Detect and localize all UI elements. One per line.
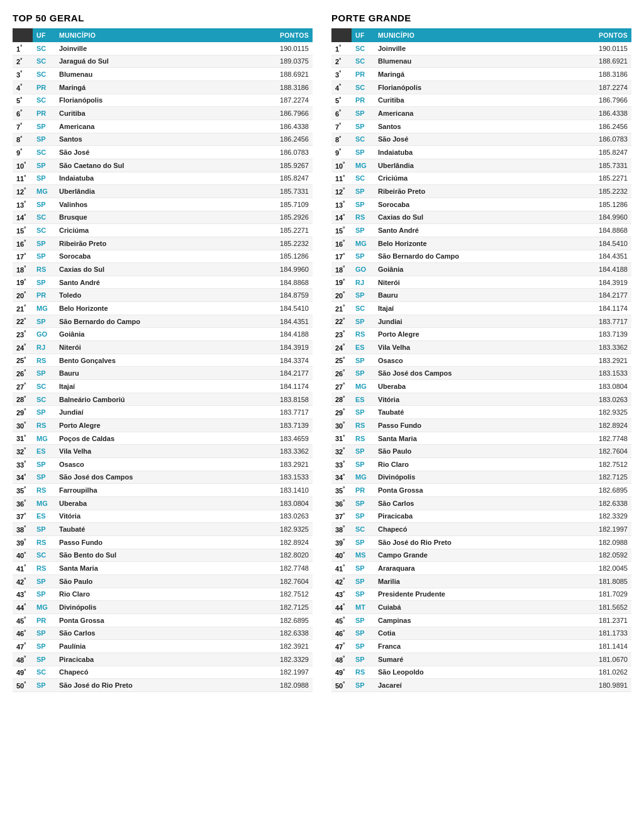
rank-number: 40 <box>16 552 24 559</box>
table-row: 11ºSCCriciúma185.2271 <box>331 172 631 185</box>
rank-sup: º <box>343 525 345 530</box>
cell-uf: PR <box>33 81 55 94</box>
rank-number: 23 <box>16 331 24 339</box>
cell-pontos: 186.7966 <box>557 94 631 107</box>
cell-rank: 45º <box>13 613 33 627</box>
cell-pontos: 188.6921 <box>557 55 631 68</box>
table-row: 27ºMGUberaba183.0804 <box>331 380 631 393</box>
table-row: 7ºSPSantos186.2456 <box>331 120 631 133</box>
cell-pontos: 182.7512 <box>238 588 313 601</box>
cell-uf: SP <box>352 510 374 523</box>
rank-sup: º <box>24 681 26 686</box>
cell-rank: 10º <box>331 159 352 172</box>
cell-uf: MG <box>33 432 55 445</box>
cell-uf: SC <box>33 55 55 68</box>
cell-pontos: 182.0592 <box>557 549 631 562</box>
cell-municipio: São Carlos <box>55 627 238 640</box>
table-row: 10ºMGUberlândia185.7331 <box>331 159 631 172</box>
cell-pontos: 183.0804 <box>557 380 631 393</box>
cell-pontos: 185.2926 <box>238 211 313 224</box>
rank-number: 19 <box>335 279 343 286</box>
rank-sup: º <box>20 96 22 102</box>
rank-sup: º <box>20 57 22 63</box>
table-row: 30ºRSPasso Fundo182.8924 <box>331 419 631 432</box>
cell-rank: 27º <box>13 380 33 393</box>
cell-uf: MT <box>352 601 374 614</box>
table-row: 32ºESVila Velha183.3362 <box>13 445 313 458</box>
cell-uf: SP <box>33 315 55 328</box>
cell-pontos: 182.0988 <box>238 679 313 692</box>
cell-pontos: 184.4351 <box>238 315 313 328</box>
cell-rank: 4º <box>331 81 352 94</box>
rank-number: 45 <box>16 617 24 625</box>
col-rank <box>331 28 352 42</box>
cell-uf: SP <box>352 250 374 263</box>
rank-sup: º <box>343 551 345 557</box>
rank-sup: º <box>24 499 26 505</box>
table-row: 34ºMGDivinópolis182.7125 <box>331 471 631 484</box>
rank-number: 11 <box>16 175 24 182</box>
cell-pontos: 181.0670 <box>557 652 631 666</box>
cell-uf: SP <box>33 523 55 536</box>
cell-uf: SP <box>352 535 374 549</box>
table-row: 46ºSPCotia181.1733 <box>331 627 631 640</box>
rank-sup: º <box>20 148 22 154</box>
cell-municipio: Criciúma <box>374 172 557 185</box>
cell-rank: 8º <box>13 133 33 146</box>
cell-rank: 44º <box>13 601 33 614</box>
cell-pontos: 183.2921 <box>238 458 313 471</box>
cell-rank: 33º <box>331 458 352 471</box>
rank-sup: º <box>339 122 341 128</box>
cell-pontos: 184.4188 <box>557 263 631 276</box>
cell-pontos: 183.7139 <box>238 419 313 432</box>
cell-pontos: 182.7512 <box>557 458 631 471</box>
rank-sup: º <box>343 616 345 622</box>
col-municipio: MUNICÍPIO <box>55 28 238 42</box>
cell-uf: SP <box>352 496 374 510</box>
cell-pontos: 189.0375 <box>238 55 313 68</box>
cell-rank: 16º <box>13 237 33 250</box>
table-row: 44ºMGDivinópolis182.7125 <box>13 601 313 614</box>
table-row: 35ºRSFarroupilha183.1410 <box>13 484 313 497</box>
cell-uf: MG <box>352 380 374 393</box>
rank-sup: º <box>339 57 341 63</box>
cell-uf: ES <box>33 510 55 523</box>
cell-rank: 29º <box>331 406 352 419</box>
cell-rank: 35º <box>13 484 33 497</box>
col-uf: UF <box>352 28 374 42</box>
cell-municipio: Toledo <box>55 289 238 302</box>
table-row: 45ºPRPonta Grossa182.6895 <box>13 613 313 627</box>
cell-rank: 34º <box>331 471 352 484</box>
rank-number: 36 <box>335 500 343 508</box>
table-row: 47ºSPFranca181.1414 <box>331 640 631 653</box>
rank-sup: º <box>343 330 345 335</box>
cell-uf: SC <box>33 393 55 406</box>
cell-municipio: São José <box>374 133 557 146</box>
cell-pontos: 186.4338 <box>238 120 313 133</box>
cell-municipio: Belo Horizonte <box>374 237 557 250</box>
cell-uf: RS <box>33 535 55 549</box>
cell-pontos: 182.3329 <box>557 510 631 523</box>
rank-number: 37 <box>335 513 343 520</box>
cell-uf: RS <box>352 666 374 679</box>
cell-uf: ES <box>352 341 374 354</box>
table-row: 48ºSPPiracicaba182.3329 <box>13 652 313 666</box>
cell-rank: 21º <box>331 302 352 315</box>
rank-number: 30 <box>16 422 24 430</box>
cell-municipio: São Leopoldo <box>374 666 557 679</box>
cell-uf: SP <box>33 471 55 484</box>
rank-number: 15 <box>335 227 343 235</box>
cell-rank: 28º <box>331 393 352 406</box>
rank-sup: º <box>24 564 26 569</box>
cell-rank: 9º <box>331 146 352 159</box>
cell-rank: 35º <box>331 484 352 497</box>
rank-sup: º <box>20 70 22 76</box>
rank-number: 21 <box>16 305 24 313</box>
cell-pontos: 185.7109 <box>238 198 313 211</box>
table-row: 13ºSPSorocaba185.1286 <box>331 198 631 211</box>
cell-pontos: 182.6338 <box>557 496 631 510</box>
table-row: 21ºMGBelo Horizonte184.5410 <box>13 302 313 315</box>
rank-number: 44 <box>16 604 24 612</box>
cell-uf: SP <box>352 354 374 367</box>
rank-sup: º <box>343 343 345 349</box>
